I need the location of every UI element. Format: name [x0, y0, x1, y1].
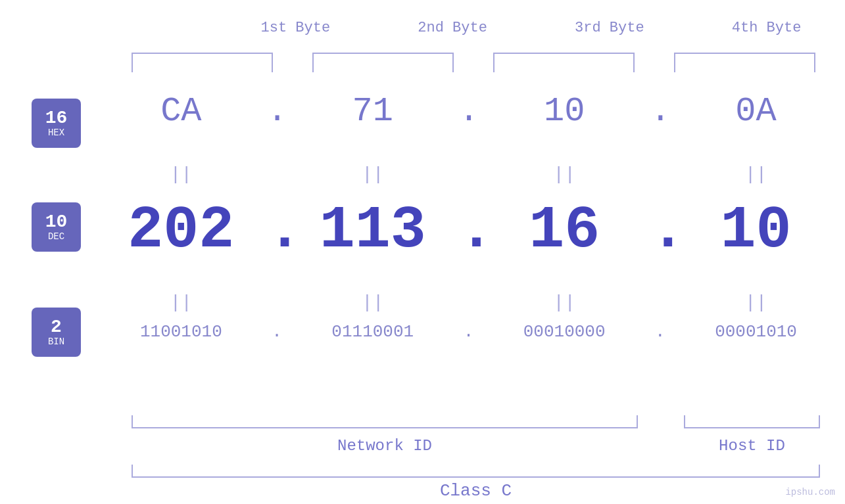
byte-headers: 1st Byte 2nd Byte 3rd Byte 4th Byte — [0, 7, 845, 36]
eq-dot-1 — [267, 164, 287, 185]
hex-val-4: 0A — [690, 92, 822, 131]
main-container: 1st Byte 2nd Byte 3rd Byte 4th Byte 16 H… — [0, 0, 845, 504]
dec-badge-label: DEC — [48, 231, 64, 242]
dec-val-2: 113 — [307, 197, 439, 264]
hex-dot-1: . — [267, 92, 287, 131]
bin-badge-number: 2 — [51, 318, 62, 336]
eq-2-2: || — [307, 292, 439, 313]
bin-val-2: 01110001 — [307, 322, 439, 342]
hex-badge-number: 16 — [45, 109, 68, 127]
equals-row-2: || || || || — [105, 292, 832, 313]
byte-header-4: 4th Byte — [688, 20, 845, 36]
bin-val-3: 00010000 — [498, 322, 630, 342]
bracket-3 — [493, 53, 635, 72]
dec-dot-3: . — [650, 197, 670, 264]
dec-badge: 10 DEC — [32, 202, 81, 252]
eq-1-1: || — [115, 164, 247, 185]
eq-dot-4 — [267, 292, 287, 313]
eq-dot-6 — [650, 292, 670, 313]
dec-dot-1: . — [267, 197, 287, 264]
network-bracket — [132, 415, 638, 428]
dec-dot-2: . — [458, 197, 478, 264]
host-bracket — [684, 415, 820, 428]
dec-row: 202 . 113 . 16 . 10 — [105, 197, 832, 264]
watermark: ipshu.com — [785, 487, 835, 497]
dec-val-1: 202 — [115, 197, 247, 264]
bin-val-4: 00001010 — [690, 322, 822, 342]
hex-badge-label: HEX — [48, 127, 64, 138]
bin-badge: 2 BIN — [32, 308, 81, 357]
hex-val-1: CA — [115, 92, 247, 131]
eq-dot-5 — [458, 292, 478, 313]
dec-badge-number: 10 — [45, 213, 68, 231]
bin-badge-label: BIN — [48, 336, 64, 347]
eq-dot-2 — [458, 164, 478, 185]
hex-val-3: 10 — [498, 92, 630, 131]
bin-row: 11001010 . 01110001 . 00010000 . 0000101… — [105, 322, 832, 342]
dec-val-4: 10 — [690, 197, 822, 264]
bin-dot-3: . — [650, 322, 670, 342]
class-bracket — [132, 465, 820, 478]
equals-row-1: || || || || — [105, 164, 832, 185]
bracket-4 — [674, 53, 815, 72]
class-label: Class C — [132, 481, 820, 501]
hex-badge: 16 HEX — [32, 99, 81, 148]
eq-2-1: || — [115, 292, 247, 313]
host-id-label: Host ID — [684, 437, 820, 455]
eq-dot-3 — [650, 164, 670, 185]
byte-header-2: 2nd Byte — [374, 20, 531, 36]
bin-dot-1: . — [267, 322, 287, 342]
byte-header-3: 3rd Byte — [531, 20, 688, 36]
network-id-label: Network ID — [132, 437, 638, 455]
bracket-1 — [132, 53, 273, 72]
eq-1-4: || — [690, 164, 822, 185]
eq-1-3: || — [498, 164, 630, 185]
hex-val-2: 71 — [307, 92, 439, 131]
hex-row: CA . 71 . 10 . 0A — [105, 92, 832, 131]
hex-dot-2: . — [458, 92, 478, 131]
byte-header-1: 1st Byte — [217, 20, 374, 36]
hex-dot-3: . — [650, 92, 670, 131]
bin-val-1: 11001010 — [115, 322, 247, 342]
dec-val-3: 16 — [498, 197, 630, 264]
eq-2-3: || — [498, 292, 630, 313]
bin-dot-2: . — [458, 322, 478, 342]
top-brackets — [132, 53, 819, 72]
bracket-2 — [312, 53, 454, 72]
eq-1-2: || — [307, 164, 439, 185]
eq-2-4: || — [690, 292, 822, 313]
